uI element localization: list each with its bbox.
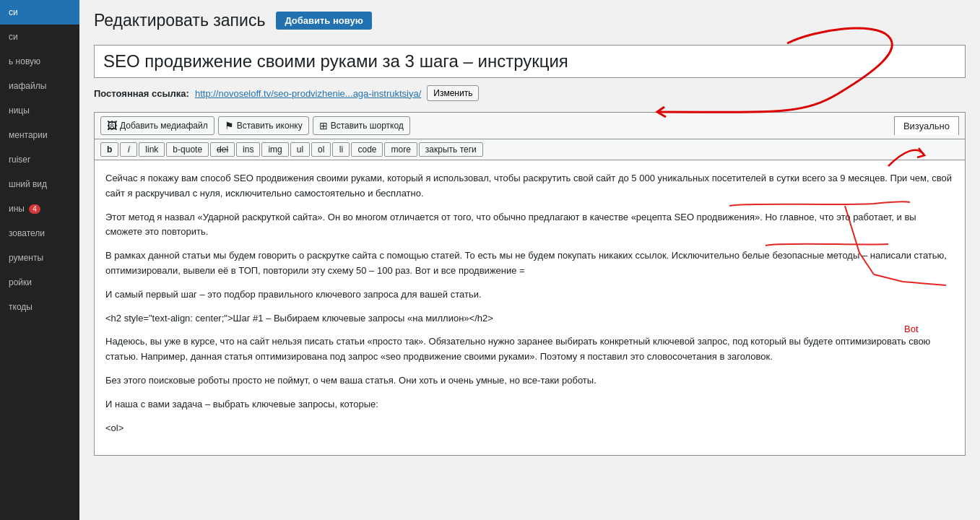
sidebar-badge-plugins: 4 — [29, 204, 40, 214]
permalink-change-button[interactable]: Изменить — [427, 85, 479, 101]
sidebar-item-1[interactable]: си — [0, 25, 79, 49]
sidebar-item-6[interactable]: ruiser — [0, 147, 79, 172]
shortcode-icon: ⊞ — [319, 120, 328, 131]
editor-content[interactable]: Сейчас я покажу вам способ SEO продвижен… — [94, 160, 966, 456]
post-title-input[interactable] — [94, 45, 966, 78]
editor-para-3: И самый первый шаг – это подбор правильн… — [105, 287, 954, 303]
sidebar-item-4[interactable]: ницы — [0, 98, 79, 123]
editor-para-7: И наша с вами задача – выбрать ключевые … — [105, 397, 954, 412]
insert-icon-button[interactable]: ⚑ Вставить иконку — [218, 116, 309, 135]
sidebar-item-12[interactable]: ткоды — [0, 295, 79, 319]
visual-tab[interactable]: Визуально — [894, 116, 959, 135]
permalink-link[interactable]: http://novoseloff.tv/seo-prodvizhenie...… — [195, 88, 421, 99]
editor-para-2: В рамках данной статьи мы будем говорить… — [105, 248, 954, 279]
page-title: Редактировать запись — [94, 11, 265, 30]
format-toolbar: b i link b-quote del ins img ul ol li co… — [94, 139, 966, 160]
editor-para-6: Без этого поисковые роботы просто не пой… — [105, 373, 954, 389]
page-header: Редактировать запись Добавить новую — [94, 11, 966, 30]
sidebar-item-5[interactable]: ментарии — [0, 123, 79, 147]
sidebar-item-8[interactable]: ины 4 — [0, 196, 79, 221]
add-new-button[interactable]: Добавить новую — [276, 12, 371, 30]
sidebar-item-0[interactable]: си — [0, 0, 79, 25]
sidebar: си си ь новую иафайлы ницы ментарии ruis… — [0, 0, 79, 520]
format-code-button[interactable]: code — [351, 142, 383, 157]
permalink-label: Постоянная ссылка: — [94, 88, 189, 99]
insert-shortcode-button[interactable]: ⊞ Вставить шорткод — [313, 116, 410, 135]
editor-para-1: Этот метод я назвал «Ударной раскруткой … — [105, 210, 954, 240]
format-img-button[interactable]: img — [261, 142, 288, 157]
format-ins-button[interactable]: ins — [236, 142, 260, 157]
format-ul-button[interactable]: ul — [290, 142, 310, 157]
add-media-button[interactable]: 🖼 Добавить медиафайл — [100, 116, 214, 135]
sidebar-item-3[interactable]: иафайлы — [0, 74, 79, 98]
flag-icon: ⚑ — [225, 120, 234, 131]
format-bold-button[interactable]: b — [100, 142, 118, 157]
editor-para-0: Сейчас я покажу вам способ SEO продвижен… — [105, 171, 954, 202]
format-more-button[interactable]: more — [384, 142, 417, 157]
format-italic-button[interactable]: i — [120, 142, 137, 157]
sidebar-item-11[interactable]: ройки — [0, 270, 79, 295]
format-link-button[interactable]: link — [139, 142, 165, 157]
sidebar-item-2[interactable]: ь новую — [0, 49, 79, 74]
format-close-tags-button[interactable]: закрыть теги — [419, 142, 483, 157]
permalink-row: Постоянная ссылка: http://novoseloff.tv/… — [94, 85, 966, 101]
format-ol-button[interactable]: ol — [311, 142, 331, 157]
format-li-button[interactable]: li — [332, 142, 350, 157]
editor-para-8: <ol> — [105, 421, 954, 436]
format-del-button[interactable]: del — [210, 142, 235, 157]
sidebar-item-10[interactable]: рументы — [0, 246, 79, 270]
main-content: Редактировать запись Добавить новую Пост… — [79, 0, 980, 467]
add-media-icon: 🖼 — [107, 120, 117, 131]
editor-para-4: <h2 style="text-align: center;">Шаг #1 –… — [105, 311, 954, 326]
sidebar-item-9[interactable]: зователи — [0, 221, 79, 246]
sidebar-item-7[interactable]: шний вид — [0, 172, 79, 196]
format-bquote-button[interactable]: b-quote — [166, 142, 209, 157]
editor-para-5: Надеюсь, вы уже в курсе, что на сайт нел… — [105, 334, 954, 365]
editor-toolbar-top: 🖼 Добавить медиафайл ⚑ Вставить иконку ⊞… — [94, 112, 966, 139]
